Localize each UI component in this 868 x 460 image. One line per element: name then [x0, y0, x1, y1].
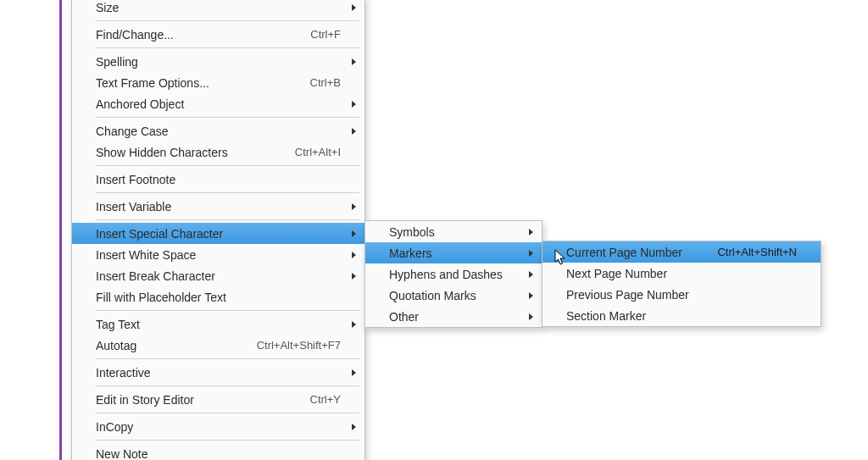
menu-label: Show Hidden Characters [96, 146, 285, 159]
chevron-right-icon [529, 313, 533, 320]
menu-label: Current Page Number [566, 246, 707, 259]
menu-item-size[interactable]: Size [72, 0, 364, 18]
menu-shortcut: Ctrl+Alt+Shift+F7 [257, 339, 341, 352]
menu-separator [96, 358, 359, 359]
menu-item-insert-variable[interactable]: Insert Variable [72, 196, 364, 217]
menu-item-previous-page-number[interactable]: Previous Page Number [542, 284, 821, 305]
menu-item-insert-break-character[interactable]: Insert Break Character [72, 265, 364, 286]
menu-label: Change Case [96, 125, 356, 138]
menu-label: InCopy [96, 420, 356, 434]
menu-label: Fill with Placeholder Text [96, 291, 356, 304]
menu-item-hyphens-dashes[interactable]: Hyphens and Dashes [365, 263, 542, 285]
menu-item-insert-white-space[interactable]: Insert White Space [72, 244, 364, 265]
menu-separator [96, 413, 359, 413]
menu-item-anchored-object[interactable]: Anchored Object [72, 93, 364, 114]
menu-label: Next Page Number [566, 267, 812, 280]
menu-item-incopy[interactable]: InCopy [72, 416, 364, 437]
menu-item-symbols[interactable]: Symbols [365, 221, 542, 242]
menu-item-new-note[interactable]: New Note [72, 443, 364, 460]
menu-item-interactive[interactable]: Interactive [72, 362, 364, 383]
menu-label: Quotation Marks [389, 289, 533, 302]
menu-label: Hyphens and Dashes [389, 268, 533, 281]
menu-label: Spelling [96, 55, 356, 69]
chevron-right-icon [352, 58, 356, 65]
chevron-right-icon [352, 369, 356, 376]
chevron-right-icon [352, 252, 356, 258]
menu-label: Autotag [96, 339, 247, 352]
menu-label: Previous Page Number [566, 288, 812, 302]
menu-item-autotag[interactable]: AutotagCtrl+Alt+Shift+F7 [72, 335, 364, 356]
menu-shortcut: Ctrl+F [310, 28, 341, 41]
insert-special-character-submenu: Symbols Markers Hyphens and Dashes Quota… [364, 220, 542, 328]
menu-separator [96, 219, 359, 220]
menu-label: Insert Footnote [96, 173, 356, 186]
menu-item-quotation-marks[interactable]: Quotation Marks [365, 285, 542, 306]
menu-item-section-marker[interactable]: Section Marker [542, 305, 821, 326]
menu-shortcut: Ctrl+B [310, 76, 341, 89]
menu-item-other[interactable]: Other [365, 306, 542, 327]
menu-label: Anchored Object [96, 97, 356, 111]
chevron-right-icon [352, 230, 356, 237]
menu-item-show-hidden-characters[interactable]: Show Hidden CharactersCtrl+Alt+I [72, 141, 364, 163]
menu-label: Edit in Story Editor [96, 393, 300, 407]
menu-label: Insert Special Character [96, 227, 356, 241]
menu-separator [96, 192, 359, 193]
menu-item-current-page-number[interactable]: Current Page NumberCtrl+Alt+Shift+N [542, 241, 821, 263]
menu-label: New Note [96, 447, 356, 461]
menu-separator [96, 385, 359, 386]
chevron-right-icon [352, 101, 356, 108]
menu-label: Section Marker [566, 309, 812, 323]
menu-shortcut: Ctrl+Alt+Shift+N [717, 246, 797, 258]
menu-separator [96, 20, 359, 21]
menu-label: Insert White Space [96, 248, 356, 262]
chevron-right-icon [352, 203, 356, 210]
markers-submenu: Current Page NumberCtrl+Alt+Shift+N Next… [542, 241, 821, 327]
menu-separator [96, 47, 359, 48]
menu-label: Tag Text [96, 318, 356, 331]
chevron-right-icon [529, 229, 533, 236]
menu-item-text-frame-options[interactable]: Text Frame Options...Ctrl+B [72, 72, 364, 93]
vertical-guide [59, 0, 62, 460]
chevron-right-icon [529, 250, 533, 257]
menu-label: Symbols [389, 225, 533, 239]
chevron-right-icon [529, 271, 533, 278]
menu-item-spelling[interactable]: Spelling [72, 51, 364, 72]
menu-item-next-page-number[interactable]: Next Page Number [542, 263, 821, 284]
menu-label: Other [389, 310, 533, 324]
menu-item-insert-special-character[interactable]: Insert Special Character [72, 223, 364, 244]
chevron-right-icon [352, 321, 356, 328]
menu-label: Find/Change... [96, 28, 300, 42]
menu-label: Text Frame Options... [96, 76, 300, 90]
menu-item-insert-footnote[interactable]: Insert Footnote [72, 169, 364, 190]
chevron-right-icon [352, 273, 356, 280]
menu-label: Insert Break Character [96, 269, 356, 283]
menu-separator [96, 117, 359, 118]
menu-item-change-case[interactable]: Change Case [72, 120, 364, 141]
chevron-right-icon [352, 424, 356, 430]
chevron-right-icon [352, 4, 356, 11]
menu-separator [96, 165, 359, 166]
menu-separator [96, 440, 359, 441]
menu-shortcut: Ctrl+Alt+I [295, 146, 341, 158]
menu-label: Insert Variable [96, 200, 356, 213]
type-menu: Size Find/Change...Ctrl+F Spelling Text … [71, 0, 365, 460]
chevron-right-icon [352, 128, 356, 135]
menu-label: Size [96, 1, 356, 14]
menu-item-edit-story-editor[interactable]: Edit in Story EditorCtrl+Y [72, 389, 364, 410]
chevron-right-icon [529, 292, 533, 299]
menu-item-find-change[interactable]: Find/Change...Ctrl+F [72, 24, 364, 45]
menu-label: Interactive [96, 366, 356, 380]
menu-label: Markers [389, 247, 533, 260]
menu-item-tag-text[interactable]: Tag Text [72, 313, 364, 335]
menu-item-markers[interactable]: Markers [365, 242, 542, 263]
menu-shortcut: Ctrl+Y [310, 393, 341, 406]
menu-separator [96, 310, 359, 311]
menu-item-fill-placeholder[interactable]: Fill with Placeholder Text [72, 286, 364, 308]
